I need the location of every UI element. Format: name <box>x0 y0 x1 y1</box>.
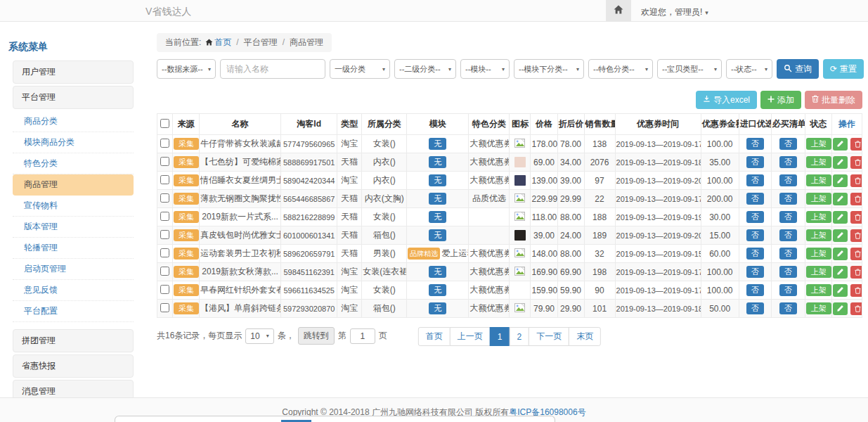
sidebar-group-0[interactable]: 用户管理 <box>13 60 134 84</box>
search-button[interactable]: 查询 <box>777 59 819 79</box>
filter-select-3[interactable]: --模块--▾ <box>460 59 510 79</box>
edit-button[interactable] <box>833 174 848 187</box>
delete-button[interactable] <box>850 211 862 224</box>
import-select-toggle[interactable]: 否 <box>746 302 764 314</box>
page-button-上一页[interactable]: 上一页 <box>450 327 491 346</box>
import-select-toggle[interactable]: 否 <box>746 156 764 168</box>
sidebar-item[interactable]: 意见反馈 <box>13 280 134 301</box>
home-button[interactable] <box>606 0 631 21</box>
edit-button[interactable] <box>833 266 848 279</box>
must-buy-toggle[interactable]: 否 <box>779 211 797 223</box>
page-button-末页[interactable]: 末页 <box>569 327 601 346</box>
status-badge[interactable]: 上架 <box>806 138 831 150</box>
must-buy-toggle[interactable]: 否 <box>779 193 797 205</box>
row-checkbox[interactable] <box>160 139 169 148</box>
page-button-1[interactable]: 1 <box>490 327 510 346</box>
sidebar-item[interactable]: 商品管理 <box>13 174 134 196</box>
reset-button[interactable]: ⟳重置 <box>823 59 864 79</box>
import-excel-button[interactable]: 导入excel <box>696 91 757 109</box>
filter-select-5[interactable]: --特色分类--▾ <box>588 59 653 79</box>
filter-select-7[interactable]: --状态--▾ <box>726 59 772 79</box>
must-buy-toggle[interactable]: 否 <box>779 248 797 260</box>
status-badge[interactable]: 上架 <box>806 193 831 205</box>
delete-button[interactable] <box>850 248 862 260</box>
edit-button[interactable] <box>833 138 848 151</box>
sidebar-item[interactable]: 宣传物料 <box>13 196 134 217</box>
jump-page-input[interactable] <box>350 328 375 344</box>
must-buy-toggle[interactable]: 否 <box>779 138 797 150</box>
sidebar-item[interactable]: 模块商品分类 <box>13 132 134 153</box>
delete-button[interactable] <box>850 302 862 315</box>
status-badge[interactable]: 上架 <box>806 266 831 278</box>
sidebar-item[interactable]: 商品分类 <box>13 111 134 132</box>
page-button-首页[interactable]: 首页 <box>418 327 451 346</box>
filter-select-0[interactable]: --数据来源--▾ <box>157 59 216 79</box>
filter-select-2[interactable]: --二级分类--▾ <box>394 59 456 79</box>
status-badge[interactable]: 上架 <box>806 156 831 168</box>
must-buy-toggle[interactable]: 否 <box>779 284 797 296</box>
row-checkbox[interactable] <box>160 285 169 294</box>
page-button-下一页[interactable]: 下一页 <box>529 327 569 346</box>
row-checkbox[interactable] <box>160 157 169 166</box>
sidebar-group-2[interactable]: 拼团管理 <box>13 329 134 352</box>
edit-button[interactable] <box>833 193 848 205</box>
sidebar-item[interactable]: 启动页管理 <box>13 259 134 280</box>
filter-select-6[interactable]: --宝贝类型--▾ <box>657 59 722 79</box>
page-button-2[interactable]: 2 <box>510 327 530 346</box>
import-select-toggle[interactable]: 否 <box>746 248 764 260</box>
import-select-toggle[interactable]: 否 <box>746 284 764 296</box>
sidebar-item[interactable]: 轮播管理 <box>13 238 134 259</box>
delete-button[interactable] <box>850 284 862 297</box>
sidebar-item[interactable]: 特色分类 <box>13 153 134 174</box>
row-checkbox[interactable] <box>160 248 169 257</box>
row-checkbox[interactable] <box>160 303 169 312</box>
user-menu[interactable]: 欢迎您，管理员!▾ <box>641 6 708 18</box>
breadcrumb-home-link[interactable]: 首页 <box>214 37 231 47</box>
jump-button[interactable]: 跳转到 <box>298 327 335 345</box>
status-badge[interactable]: 上架 <box>806 229 831 241</box>
batch-delete-button[interactable]: 批量删除 <box>805 91 862 109</box>
edit-button[interactable] <box>833 248 848 260</box>
row-checkbox[interactable] <box>160 193 169 203</box>
status-badge[interactable]: 上架 <box>806 302 831 314</box>
status-badge[interactable]: 上架 <box>806 211 831 223</box>
select-all-checkbox[interactable] <box>160 119 169 128</box>
import-select-toggle[interactable]: 否 <box>746 138 764 150</box>
edit-button[interactable] <box>833 211 848 224</box>
delete-button[interactable] <box>850 174 862 187</box>
import-select-toggle[interactable]: 否 <box>746 211 764 223</box>
import-select-toggle[interactable]: 否 <box>746 229 764 241</box>
must-buy-toggle[interactable]: 否 <box>779 302 797 314</box>
edit-button[interactable] <box>833 229 848 242</box>
edit-button[interactable] <box>833 284 848 297</box>
status-badge[interactable]: 上架 <box>806 248 831 260</box>
name-search-input[interactable] <box>220 59 325 79</box>
delete-button[interactable] <box>850 193 862 205</box>
delete-button[interactable] <box>850 229 862 242</box>
delete-button[interactable] <box>850 266 862 279</box>
delete-button[interactable] <box>850 156 862 169</box>
must-buy-toggle[interactable]: 否 <box>779 174 797 186</box>
import-select-toggle[interactable]: 否 <box>746 266 764 278</box>
row-checkbox[interactable] <box>160 230 169 239</box>
row-checkbox[interactable] <box>160 267 169 276</box>
must-buy-toggle[interactable]: 否 <box>779 266 797 278</box>
sidebar-item[interactable]: 版本管理 <box>13 217 134 238</box>
must-buy-toggle[interactable]: 否 <box>779 156 797 168</box>
row-checkbox[interactable] <box>160 175 169 184</box>
edit-button[interactable] <box>833 302 848 315</box>
edit-button[interactable] <box>833 156 848 169</box>
filter-select-4[interactable]: --模块下分类--▾ <box>514 59 584 79</box>
sidebar-item[interactable]: 平台配置 <box>13 301 134 322</box>
import-select-toggle[interactable]: 否 <box>746 174 764 186</box>
sidebar-group-3[interactable]: 省惠快报 <box>13 354 134 378</box>
delete-button[interactable] <box>850 138 862 151</box>
add-button[interactable]: 添加 <box>760 91 801 109</box>
row-checkbox[interactable] <box>160 212 169 221</box>
import-select-toggle[interactable]: 否 <box>746 193 764 205</box>
status-badge[interactable]: 上架 <box>806 174 831 186</box>
per-page-select[interactable]: 10▾ <box>245 328 273 344</box>
filter-select-1[interactable]: 一级分类▾ <box>330 59 390 79</box>
sidebar-group-1[interactable]: 平台管理 <box>13 86 134 109</box>
status-badge[interactable]: 上架 <box>806 284 831 296</box>
